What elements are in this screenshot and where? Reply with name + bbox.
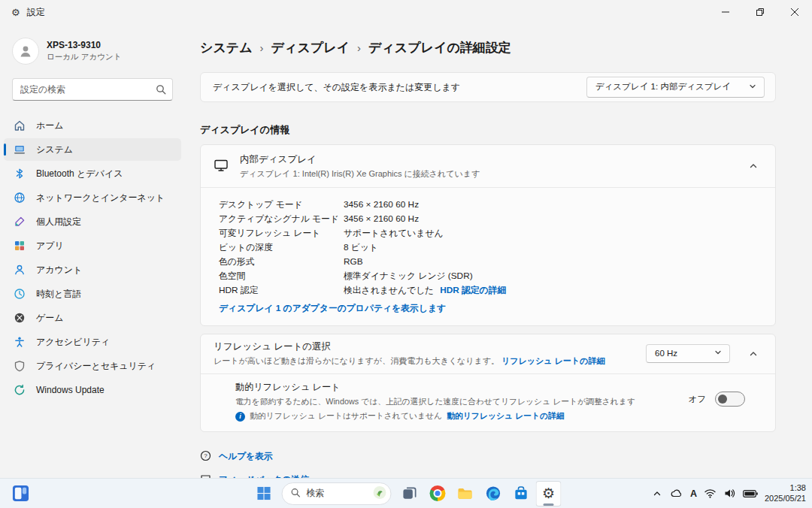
accessibility-icon	[14, 336, 26, 348]
onedrive-icon[interactable]	[670, 487, 683, 500]
sidebar-item-apps[interactable]: アプリ	[4, 234, 181, 257]
home-icon	[14, 119, 26, 132]
search-icon	[156, 84, 166, 97]
minimize-button[interactable]	[708, 0, 743, 24]
settings-taskbar-button[interactable]: ⚙	[536, 481, 562, 506]
collapse-refresh-rate-button[interactable]	[742, 343, 765, 365]
page-title: ディスプレイの詳細設定	[368, 39, 511, 56]
main-content: システム › ディスプレイ › ディスプレイの詳細設定 ディスプレイを選択して、…	[185, 27, 812, 478]
settings-window: ⚙ 設定 XPS-13-9310 ローカル アカウント	[0, 0, 812, 508]
sidebar-item-home[interactable]: ホーム	[4, 114, 181, 137]
detail-row-variable-refresh: 可変リフレッシュ レート サポートされていません	[219, 226, 763, 240]
detail-value: サポートされていません	[344, 226, 763, 240]
sidebar: XPS-13-9310 ローカル アカウント ホーム システム	[0, 27, 185, 478]
dynamic-refresh-rate-row: 動的リフレッシュ レート 電力を節約するために、Windows では、上記の選択…	[201, 374, 775, 431]
detail-label: ビットの深度	[219, 240, 344, 255]
collapse-display-info-button[interactable]	[742, 155, 765, 177]
sidebar-item-privacy[interactable]: プライバシーとセキュリティ	[4, 355, 181, 377]
wifi-icon[interactable]	[704, 487, 717, 500]
restore-button[interactable]	[743, 0, 777, 24]
start-button[interactable]	[251, 481, 277, 506]
refresh-rate-details-link[interactable]: リフレッシュ レートの詳細	[501, 356, 604, 365]
hdr-certification-details-link[interactable]: HDR 認定の詳細	[440, 283, 506, 298]
dynamic-refresh-details-link[interactable]: 動的リフレッシュ レートの詳細	[447, 411, 564, 422]
breadcrumb-system[interactable]: システム	[200, 39, 253, 56]
sidebar-item-label: ゲーム	[36, 312, 64, 325]
window-title: 設定	[27, 6, 45, 19]
chevron-down-icon	[749, 83, 756, 92]
sidebar-item-time-language[interactable]: 時刻と言語	[4, 283, 181, 305]
detail-value: 3456 × 2160 60 Hz	[344, 212, 763, 226]
breadcrumb-separator: ›	[260, 41, 264, 54]
edge-icon[interactable]	[480, 481, 506, 506]
tray-chevron-up-icon[interactable]	[651, 487, 663, 500]
display-selector-label: ディスプレイを選択して、その設定を表示または変更します	[213, 81, 460, 94]
settings-search-input[interactable]	[12, 78, 173, 101]
titlebar: ⚙ 設定	[0, 0, 812, 27]
display-info-section-title: ディスプレイの情報	[200, 123, 776, 137]
widgets-button[interactable]	[8, 481, 33, 506]
breadcrumb: システム › ディスプレイ › ディスプレイの詳細設定	[200, 38, 776, 57]
dynamic-refresh-toggle[interactable]	[715, 392, 745, 407]
detail-label: アクティブなシグナル モード	[219, 212, 344, 226]
sidebar-item-label: システム	[36, 144, 73, 156]
breadcrumb-display[interactable]: ディスプレイ	[271, 39, 350, 56]
titlebar-app-identity: ⚙ 設定	[0, 0, 45, 19]
display-selector-dropdown[interactable]: ディスプレイ 1: 内部ディスプレイ	[586, 77, 765, 98]
sidebar-item-accounts[interactable]: アカウント	[4, 259, 181, 281]
close-button[interactable]	[777, 0, 812, 24]
avatar	[12, 38, 39, 65]
battery-icon[interactable]	[743, 487, 758, 500]
detail-row-color-format: 色の形式 RGB	[219, 255, 763, 269]
sidebar-item-accessibility[interactable]: アクセシビリティ	[4, 331, 181, 353]
clock-date: 2025/05/21	[765, 494, 806, 504]
taskbar-clock[interactable]: 1:38 2025/05/21	[765, 483, 806, 503]
breadcrumb-separator: ›	[357, 41, 361, 54]
detail-value: 検出されませんでした	[344, 283, 434, 298]
detail-label: 色の形式	[219, 255, 344, 269]
sidebar-item-network[interactable]: ネットワークとインターネット	[4, 186, 181, 209]
ime-indicator[interactable]: A	[690, 488, 697, 499]
get-help-link[interactable]: ? ヘルプを表示	[200, 450, 776, 464]
chevron-down-icon	[714, 349, 722, 358]
volume-icon[interactable]	[723, 487, 736, 500]
sidebar-item-label: プライバシーとセキュリティ	[36, 360, 156, 373]
taskbar-search[interactable]: 検索	[282, 482, 392, 505]
detail-label: 色空間	[219, 269, 344, 283]
display-info-card: 内部ディスプレイ ディスプレイ 1: Intel(R) Iris(R) Xe G…	[200, 144, 776, 326]
display-selector-card: ディスプレイを選択して、その設定を表示または変更します ディスプレイ 1: 内部…	[200, 72, 776, 102]
account-block[interactable]: XPS-13-9310 ローカル アカウント	[0, 35, 185, 68]
sidebar-item-label: Windows Update	[36, 385, 105, 395]
detail-row-active-signal-mode: アクティブなシグナル モード 3456 × 2160 60 Hz	[219, 212, 763, 226]
refresh-rate-desc: レートが高いほど動きは滑らかになりますが、消費電力も大きくなります。	[214, 356, 499, 365]
display-info-header[interactable]: 内部ディスプレイ ディスプレイ 1: Intel(R) Iris(R) Xe G…	[201, 145, 775, 187]
adapter-properties-link[interactable]: ディスプレイ 1 のアダプターのプロパティを表示します	[219, 303, 446, 313]
detail-label: デスクトップ モード	[219, 198, 344, 212]
refresh-rate-value: 60 Hz	[655, 349, 677, 358]
bluetooth-icon	[14, 168, 26, 180]
user-name: XPS-13-9310	[47, 40, 121, 50]
store-icon[interactable]	[508, 481, 534, 506]
network-icon	[14, 192, 26, 204]
detail-label: 可変リフレッシュ レート	[219, 226, 344, 240]
info-icon: i	[235, 412, 245, 422]
sidebar-item-personalization[interactable]: 個人用設定	[4, 210, 181, 233]
help-icon: ?	[200, 450, 211, 464]
sidebar-item-windows-update[interactable]: Windows Update	[4, 379, 181, 401]
sidebar-item-gaming[interactable]: ゲーム	[4, 307, 181, 329]
sidebar-item-label: アプリ	[36, 240, 64, 252]
toggle-knob	[718, 395, 727, 404]
detail-value: 標準ダイナミック レンジ (SDR)	[344, 269, 763, 283]
sidebar-item-bluetooth[interactable]: Bluetooth とデバイス	[4, 162, 181, 185]
chrome-icon[interactable]	[425, 481, 450, 506]
refresh-rate-dropdown[interactable]: 60 Hz	[646, 344, 730, 363]
internal-display-title: 内部ディスプレイ	[240, 153, 480, 166]
file-explorer-button[interactable]	[453, 481, 478, 506]
dynamic-refresh-status: 動的リフレッシュ レートはサポートされていません	[250, 411, 442, 422]
apps-icon	[14, 240, 26, 252]
sidebar-item-system[interactable]: システム	[4, 138, 181, 161]
taskbar: 検索 ⚙ A	[0, 478, 812, 508]
clock-time: 1:38	[765, 483, 806, 494]
task-view-button[interactable]	[397, 481, 423, 506]
settings-search	[12, 78, 173, 101]
